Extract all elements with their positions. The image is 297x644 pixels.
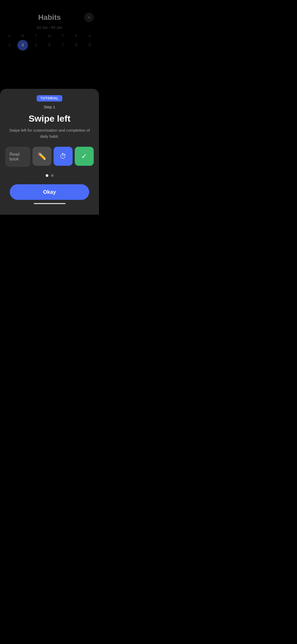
day-t2: T (58, 34, 68, 38)
day-w: W (44, 34, 55, 38)
check-icon: ✓ (81, 152, 87, 160)
day-s1: S (4, 34, 15, 38)
okay-button[interactable]: Okay (10, 184, 89, 200)
habit-name-card: Read book (5, 147, 30, 167)
tutorial-bottom-sheet: TUTORIAL Step 1 Swipe left Swipe left fo… (0, 89, 99, 215)
timer-action-card[interactable]: ⏱ (54, 147, 73, 166)
date-range: 03 Jan - 09 Jan (0, 25, 99, 30)
swipe-title: Swipe left (29, 113, 70, 124)
calendar-week-headers: S M T W T F S (0, 30, 99, 39)
date-9[interactable]: 9 (84, 40, 95, 50)
habit-demo-row: Read book ✏️ ⏱ ✓ (5, 147, 94, 167)
tutorial-badge: TUTORIAL (37, 95, 62, 102)
edit-icon: ✏️ (38, 152, 46, 160)
date-8[interactable]: 8 (71, 40, 82, 50)
check-action-card[interactable]: ✓ (75, 147, 94, 166)
step-label: Step 1 (44, 105, 55, 109)
day-t1: T (31, 34, 41, 38)
page-title: Habits (38, 13, 61, 22)
dot-2-inactive (51, 174, 54, 177)
day-s2: S (84, 34, 95, 38)
date-3[interactable]: 3 (4, 40, 15, 50)
edit-action-card[interactable]: ✏️ (32, 147, 51, 166)
day-m: M (17, 34, 28, 38)
date-6[interactable]: 6 (44, 40, 55, 50)
plus-icon: + (87, 15, 91, 20)
timer-icon: ⏱ (60, 152, 67, 160)
add-habit-button[interactable]: + (84, 13, 94, 22)
pagination-dots (46, 174, 54, 177)
date-5[interactable]: 5 (31, 40, 41, 50)
day-f: F (71, 34, 82, 38)
habit-name-text: Read book (10, 152, 26, 162)
date-7[interactable]: 7 (58, 40, 68, 50)
date-4-today[interactable]: 4 (17, 40, 28, 50)
dot-1-active (46, 174, 48, 177)
calendar-dates: 3 4 5 6 7 8 9 (0, 39, 99, 55)
home-indicator (34, 203, 65, 204)
top-bar: Habits + (0, 0, 99, 24)
swipe-description: Swipe left for customisation and complet… (5, 127, 94, 139)
